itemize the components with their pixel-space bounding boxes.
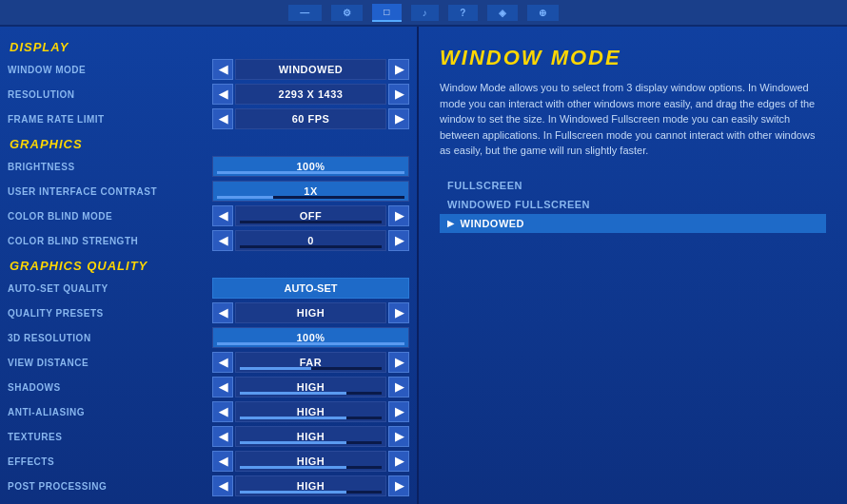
nav-tab-6[interactable]: ◈	[487, 5, 519, 21]
nav-tab-1[interactable]: —	[288, 5, 322, 21]
next-window-mode[interactable]: ▶	[388, 59, 409, 80]
next-textures[interactable]: ▶	[388, 426, 409, 447]
label-window-mode: Window Mode	[8, 65, 212, 75]
control-textures: ◀ HIGH ▶	[212, 426, 409, 447]
setting-brightness: Brightness 100%	[0, 154, 417, 179]
control-window-mode: ◀ WINDOWED ▶	[212, 59, 409, 80]
prev-post-processing[interactable]: ◀	[212, 475, 233, 496]
nav-tab-7[interactable]: ⊕	[527, 5, 559, 21]
label-textures: Textures	[8, 432, 212, 442]
nav-tab-3[interactable]: □	[372, 4, 402, 22]
value-quality-presets: HIGH	[235, 302, 386, 323]
setting-3d-resolution: 3D Resolution 100%	[0, 325, 417, 350]
label-post-processing: Post Processing	[8, 481, 212, 492]
prev-frame-rate[interactable]: ◀	[212, 108, 233, 129]
option-fullscreen[interactable]: FULLSCREEN	[440, 176, 826, 195]
label-view-distance: View Distance	[8, 358, 212, 368]
value-resolution: 2293 X 1433	[235, 84, 386, 105]
value-view-distance: FAR	[235, 352, 386, 373]
prev-shadows[interactable]: ◀	[212, 377, 233, 397]
value-color-blind-mode: OFF	[235, 205, 386, 226]
control-quality-presets: ◀ HIGH ▶	[212, 302, 409, 323]
setting-resolution: Resolution ◀ 2293 X 1433 ▶	[0, 82, 417, 107]
value-textures: HIGH	[235, 426, 386, 447]
setting-textures: Textures ◀ HIGH ▶	[0, 424, 417, 449]
setting-window-mode: Window Mode ◀ WINDOWED ▶	[0, 57, 417, 82]
prev-effects[interactable]: ◀	[212, 451, 233, 472]
control-3d-resolution: 100%	[212, 327, 409, 348]
control-brightness: 100%	[212, 156, 409, 177]
label-effects: Effects	[8, 456, 212, 467]
next-quality-presets[interactable]: ▶	[388, 302, 409, 323]
prev-textures[interactable]: ◀	[212, 426, 233, 447]
control-shadows: ◀ HIGH ▶	[212, 377, 409, 397]
nav-tab-5[interactable]: ?	[448, 5, 478, 21]
control-color-blind-strength: ◀ 0 ▶	[212, 230, 409, 251]
label-brightness: Brightness	[8, 162, 212, 172]
value-frame-rate: 60 FPS	[235, 108, 386, 129]
setting-view-distance: View Distance ◀ FAR ▶	[0, 350, 417, 375]
prev-color-blind-strength[interactable]: ◀	[212, 230, 233, 251]
right-panel: WINDOW MODE Window Mode allows you to se…	[419, 27, 847, 504]
control-view-distance: ◀ FAR ▶	[212, 352, 409, 373]
next-view-distance[interactable]: ▶	[388, 352, 409, 373]
prev-view-distance[interactable]: ◀	[212, 352, 233, 373]
section-header-display: Display	[0, 34, 417, 57]
value-color-blind-strength: 0	[235, 230, 386, 251]
control-ui-contrast: 1x	[212, 181, 409, 202]
value-window-mode: WINDOWED	[235, 59, 386, 80]
rp-title: WINDOW MODE	[440, 46, 826, 70]
nav-tab-4[interactable]: ♪	[411, 5, 440, 21]
prev-anti-aliasing[interactable]: ◀	[212, 401, 233, 422]
section-header-gfx-quality: Graphics Quality	[0, 253, 417, 276]
control-effects: ◀ HIGH ▶	[212, 451, 409, 472]
prev-quality-presets[interactable]: ◀	[212, 302, 233, 323]
value-ui-contrast[interactable]: 1x	[212, 181, 409, 202]
control-color-blind-mode: ◀ OFF ▶	[212, 205, 409, 226]
setting-shadows: Shadows ◀ HIGH ▶	[0, 375, 417, 399]
next-color-blind-mode[interactable]: ▶	[388, 205, 409, 226]
label-auto-set-quality: Auto-Set Quality	[8, 283, 212, 294]
next-color-blind-strength[interactable]: ▶	[388, 230, 409, 251]
next-anti-aliasing[interactable]: ▶	[388, 401, 409, 422]
next-effects[interactable]: ▶	[388, 451, 409, 472]
setting-color-blind-mode: Color Blind Mode ◀ OFF ▶	[0, 204, 417, 228]
control-anti-aliasing: ◀ HIGH ▶	[212, 401, 409, 422]
setting-quality-presets: Quality Presets ◀ HIGH ▶	[0, 300, 417, 325]
value-anti-aliasing: HIGH	[235, 401, 386, 422]
label-shadows: Shadows	[8, 382, 212, 393]
control-auto-set-quality: AUTO-SET	[212, 278, 409, 299]
prev-color-blind-mode[interactable]: ◀	[212, 205, 233, 226]
setting-color-blind-strength: Color Blind Strength ◀ 0 ▶	[0, 228, 417, 253]
option-windowed[interactable]: WINDOWED	[440, 214, 826, 233]
prev-resolution[interactable]: ◀	[212, 84, 233, 105]
control-frame-rate: ◀ 60 FPS ▶	[212, 108, 409, 129]
value-post-processing: HIGH	[235, 475, 386, 496]
next-resolution[interactable]: ▶	[388, 84, 409, 105]
next-frame-rate[interactable]: ▶	[388, 108, 409, 129]
value-shadows: HIGH	[235, 377, 386, 397]
nav-tab-2[interactable]: ⚙	[331, 5, 364, 21]
setting-post-processing: Post Processing ◀ HIGH ▶	[0, 474, 417, 498]
left-panel: Display Window Mode ◀ WINDOWED ▶ Resolut…	[0, 27, 419, 504]
value-3d-resolution[interactable]: 100%	[212, 327, 409, 348]
label-color-blind-strength: Color Blind Strength	[8, 236, 212, 246]
top-nav: — ⚙ □ ♪ ? ◈ ⊕	[0, 0, 847, 27]
label-frame-rate: Frame Rate Limit	[8, 114, 212, 125]
prev-window-mode[interactable]: ◀	[212, 59, 233, 80]
value-auto-set-quality[interactable]: AUTO-SET	[212, 278, 409, 299]
label-resolution: Resolution	[8, 89, 212, 100]
value-effects: HIGH	[235, 451, 386, 472]
setting-frame-rate: Frame Rate Limit ◀ 60 FPS ▶	[0, 107, 417, 131]
control-resolution: ◀ 2293 X 1433 ▶	[212, 84, 409, 105]
setting-effects: Effects ◀ HIGH ▶	[0, 449, 417, 474]
label-quality-presets: Quality Presets	[8, 308, 212, 319]
next-shadows[interactable]: ▶	[388, 377, 409, 397]
label-ui-contrast: User Interface Contrast	[8, 186, 212, 197]
value-brightness[interactable]: 100%	[212, 156, 409, 177]
control-post-processing: ◀ HIGH ▶	[212, 475, 409, 496]
rp-description: Window Mode allows you to select from 3 …	[440, 80, 826, 159]
next-post-processing[interactable]: ▶	[388, 475, 409, 496]
setting-ui-contrast: User Interface Contrast 1x	[0, 179, 417, 204]
option-windowed-fullscreen[interactable]: WINDOWED FULLSCREEN	[440, 195, 826, 214]
